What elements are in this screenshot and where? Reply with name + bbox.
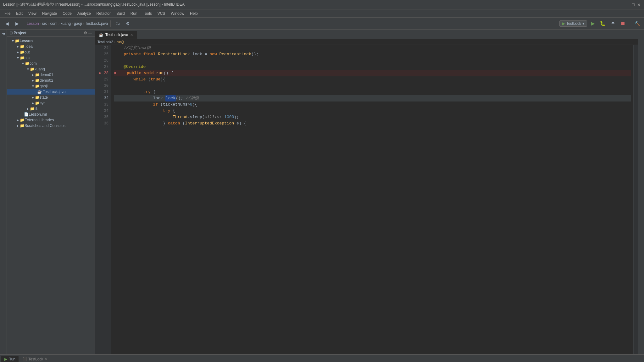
testlock-tab-icon: ⬛ xyxy=(22,357,27,361)
code-kw-while: while xyxy=(114,76,148,83)
toolbar: ◀ ▶ Lesson › src › com › kuang › gaoji ›… xyxy=(0,18,644,30)
tree-expand-icon-demo02: ▸ xyxy=(32,78,34,83)
nav-back-btn[interactable]: ◀ xyxy=(3,19,11,28)
tree-item-testlock[interactable]: ☕ TestLock.java xyxy=(7,89,95,95)
sidebar-collapse-icon[interactable]: — xyxy=(88,31,92,35)
line-num-30: 30 xyxy=(97,83,108,89)
close-btn[interactable]: ✕ xyxy=(637,2,641,7)
project-tool-btn[interactable]: P xyxy=(0,31,7,37)
nav-lesson[interactable]: Lesson xyxy=(27,21,39,26)
nav-gaoji[interactable]: gaoji xyxy=(74,21,82,26)
editor-tabs: ☕ TestLock.java ✕ xyxy=(95,30,638,39)
code-num-0: 0 xyxy=(190,101,192,108)
tree-expand-icon: ▾ xyxy=(12,39,14,43)
menu-view[interactable]: View xyxy=(26,10,39,17)
code-var-catch-e: e) { xyxy=(234,120,246,127)
tree-item-lesson[interactable]: ▾ 📁 Lesson xyxy=(7,38,95,44)
nav-src[interactable]: src xyxy=(42,21,47,26)
nav-testlock[interactable]: TestLock.java xyxy=(85,21,108,26)
tree-item-lib[interactable]: ▸ 📁 lib xyxy=(7,106,95,112)
menu-tools[interactable]: Tools xyxy=(141,10,154,17)
tree-item-scratches[interactable]: ▸ 📁 Scratches and Consoles xyxy=(7,123,95,129)
project-tree: ▾ 📁 Lesson ▸ 📁 .idea ▸ 📁 out ▾ 📁 src ▾ xyxy=(7,37,95,354)
run-btn[interactable]: ▶ xyxy=(588,19,597,28)
tree-item-demo02[interactable]: ▸ 📁 demo02 xyxy=(7,78,95,83)
line-num-29: 29 xyxy=(97,76,108,83)
nav-com[interactable]: com xyxy=(50,21,58,26)
menu-code[interactable]: Code xyxy=(60,10,74,17)
run-config-dropdown[interactable]: ▾ xyxy=(582,21,584,26)
menu-edit[interactable]: Edit xyxy=(14,10,25,17)
code-method-run: run xyxy=(156,70,164,76)
menu-file[interactable]: File xyxy=(2,10,13,17)
run-with-coverage-btn[interactable]: ☂ xyxy=(608,19,617,28)
code-kw-new: new xyxy=(209,51,219,58)
code-kw-if: if xyxy=(114,101,160,108)
sidebar-settings-icon[interactable]: ⚙ xyxy=(84,31,87,35)
tree-item-lessonxml[interactable]: 📄 Lesson.iml xyxy=(7,112,95,117)
tree-folder-icon-scratches: 📁 xyxy=(20,123,25,128)
run-config-box[interactable]: ▶ TestLock ▾ xyxy=(559,20,587,27)
stop-btn[interactable]: ⏹ xyxy=(619,19,627,28)
code-var-if-cond: (ticketNums> xyxy=(160,101,190,108)
tree-item-ext-libs[interactable]: ▸ 📁 External Libraries xyxy=(7,117,95,123)
bottom-tabs-bar: ▶ Run ⬛ TestLock ✕ xyxy=(0,354,644,362)
menu-run[interactable]: Run xyxy=(128,10,140,17)
tree-item-out[interactable]: ▸ 📁 out xyxy=(7,49,95,55)
tab-testlock[interactable]: ⬛ TestLock ✕ xyxy=(19,356,50,362)
menu-analyze[interactable]: Analyze xyxy=(75,10,93,17)
line-num-33: 33 xyxy=(97,101,108,108)
tree-item-gaoji[interactable]: ▾ 📁 gaoji xyxy=(7,83,95,89)
tree-java-icon: ☕ xyxy=(37,90,42,94)
code-content[interactable]: //定义lock锁 private final ReentrantLock lo… xyxy=(111,45,633,354)
tree-expand-icon-demo01: ▸ xyxy=(32,73,34,77)
code-kw-private: private xyxy=(114,51,143,58)
code-var-if-close: ){ xyxy=(192,101,197,108)
tab-run[interactable]: ▶ Run xyxy=(1,356,19,362)
tree-item-state[interactable]: ▸ 📁 state xyxy=(7,95,95,100)
breadcrumb-method: run() xyxy=(117,40,124,44)
settings-btn[interactable]: ⚙ xyxy=(123,19,132,28)
code-var-true: ( xyxy=(148,76,151,83)
tree-label-syn: syn xyxy=(40,101,46,105)
sidebar-header: ⊞ Project ⚙ — xyxy=(7,30,95,37)
tree-item-com[interactable]: ▾ 📁 com xyxy=(7,61,95,66)
tree-item-syn[interactable]: ▸ 📁 syn xyxy=(7,100,95,106)
main-layout: P ⊞ Project ⚙ — ▾ 📁 Lesson ▸ 📁 .idea ▸ xyxy=(0,30,644,354)
code-line-25: private final ReentrantLock lock = new R… xyxy=(114,51,631,58)
tab-close-btn[interactable]: ✕ xyxy=(130,33,133,37)
menu-refactor[interactable]: Refactor xyxy=(94,10,113,17)
maximize-btn[interactable]: □ xyxy=(632,2,635,7)
build-btn[interactable]: 🔨 xyxy=(633,19,641,28)
minimize-btn[interactable]: ─ xyxy=(626,2,630,7)
menu-navigate[interactable]: Navigate xyxy=(40,10,59,17)
tree-label-lesson: Lesson xyxy=(19,39,33,43)
tree-item-demo01[interactable]: ▸ 📁 demo01 xyxy=(7,72,95,78)
menu-window[interactable]: Window xyxy=(168,10,187,17)
nav-kuang[interactable]: kuang xyxy=(60,21,71,26)
code-cls-thread: Thread xyxy=(114,114,187,120)
run-tab-label: Run xyxy=(8,357,15,361)
code-kw-catch: catch xyxy=(168,120,183,127)
testlock-tab-close[interactable]: ✕ xyxy=(44,357,47,361)
editor-tab-testlock[interactable]: ☕ TestLock.java ✕ xyxy=(95,31,137,39)
tree-item-src[interactable]: ▾ 📁 src xyxy=(7,55,95,61)
menu-help[interactable]: Help xyxy=(187,10,200,17)
code-line-27: @Override xyxy=(114,64,631,70)
nav-forward-btn[interactable]: ▶ xyxy=(13,19,21,28)
testlock-tab-label: TestLock xyxy=(28,357,43,361)
menu-vcs[interactable]: VCS xyxy=(155,10,168,17)
tree-label-demo01: demo01 xyxy=(40,73,53,77)
code-var-lock-ref: lock. xyxy=(114,95,165,101)
code-editor[interactable]: 24 25 26 27 28 29 30 31 32 33 34 35 36 /… xyxy=(95,45,638,354)
line-num-35: 35 xyxy=(97,114,108,120)
line-num-27: 27 xyxy=(97,64,108,70)
run-config-icon: ▶ xyxy=(562,21,565,26)
debug-btn[interactable]: 🐛 xyxy=(598,19,607,28)
project-structure-btn[interactable]: 🗂 xyxy=(113,19,122,28)
title-text: Lesson [F:\数学班级\同课班代\Thread\Lesson] - ..… xyxy=(3,2,626,7)
menu-build[interactable]: Build xyxy=(114,10,127,17)
tree-item-kuang[interactable]: ▾ 📁 kuang xyxy=(7,66,95,72)
code-line-24: //定义lock锁 xyxy=(114,45,631,51)
tree-item-idea[interactable]: ▸ 📁 .idea xyxy=(7,44,95,49)
